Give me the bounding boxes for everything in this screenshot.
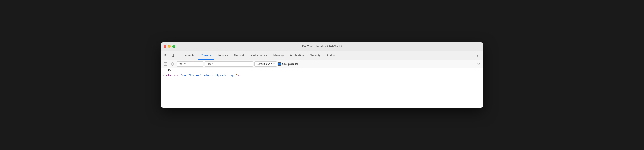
html-tag-open: <img src= <box>166 74 180 77</box>
tab-audits[interactable]: Audits <box>324 51 338 60</box>
inspect-icon-button[interactable] <box>163 52 169 58</box>
console-caret-icon: > <box>163 79 164 82</box>
tab-memory[interactable]: Memory <box>270 51 287 60</box>
context-arrow-icon: ▼ <box>184 63 186 65</box>
tab-application[interactable]: Application <box>287 51 307 60</box>
tab-network[interactable]: Network <box>231 51 248 60</box>
filter-input[interactable] <box>204 61 253 66</box>
prompt-icon-1: > <box>163 69 166 72</box>
console-output-line-1: > $0 <box>161 69 483 74</box>
log-levels-button[interactable]: Default levels ▾ <box>254 61 277 66</box>
traffic-lights <box>164 45 175 48</box>
minimize-button[interactable] <box>168 45 171 48</box>
html-attr-quote-close: " <box>233 74 234 77</box>
tab-elements[interactable]: Elements <box>180 51 198 60</box>
more-tabs-button[interactable]: ⋮ <box>473 51 481 60</box>
settings-button[interactable]: ⚙ <box>476 61 481 67</box>
console-return-content: <img src="/web/images/content-https-2x.j… <box>166 74 239 77</box>
close-button[interactable] <box>164 45 166 48</box>
tab-performance[interactable]: Performance <box>248 51 270 60</box>
tab-icons <box>163 51 178 60</box>
more-dots-icon: ⋮ <box>475 53 479 58</box>
execute-script-button[interactable] <box>163 61 168 67</box>
group-similar-text: Group similar <box>282 62 298 66</box>
settings-icon: ⚙ <box>477 62 480 66</box>
console-input-line[interactable]: > <box>161 78 483 83</box>
group-similar-label[interactable]: ✓ Group similar <box>278 62 298 66</box>
console-input[interactable] <box>166 79 481 82</box>
tab-bar: Elements Console Sources Network Perform… <box>161 51 483 60</box>
context-selector[interactable]: top ▼ <box>177 61 203 66</box>
maximize-button[interactable] <box>172 45 175 48</box>
img-src-link[interactable]: /web/images/content-https-2x.jpg <box>182 74 232 77</box>
html-tag-close: > <box>238 74 239 77</box>
title-bar: DevTools - localhost:8080/web/ <box>161 42 483 51</box>
svg-point-1 <box>172 56 173 56</box>
window-title: DevTools - localhost:8080/web/ <box>302 45 342 48</box>
tab-console[interactable]: Console <box>198 51 214 60</box>
console-return-line-1: ← <img src="/web/images/content-https-2x… <box>161 74 483 78</box>
levels-arrow-icon: ▾ <box>274 62 275 66</box>
tab-sources[interactable]: Sources <box>214 51 231 60</box>
levels-label: Default levels <box>256 62 272 66</box>
devtools-window: DevTools - localhost:8080/web/ Elements … <box>161 42 483 108</box>
tab-security[interactable]: Security <box>307 51 324 60</box>
console-output-text-1: $0 <box>168 69 170 72</box>
device-toggle-button[interactable] <box>170 52 176 58</box>
console-toolbar: top ▼ Default levels ▾ ✓ Group similar ⚙ <box>161 60 483 68</box>
console-content: > $0 ← <img src="/web/images/content-htt… <box>161 68 483 108</box>
context-value: top <box>179 62 182 66</box>
return-arrow-icon: ← <box>163 74 164 77</box>
clear-console-button[interactable] <box>170 61 176 67</box>
group-similar-checkbox[interactable]: ✓ <box>278 62 281 66</box>
